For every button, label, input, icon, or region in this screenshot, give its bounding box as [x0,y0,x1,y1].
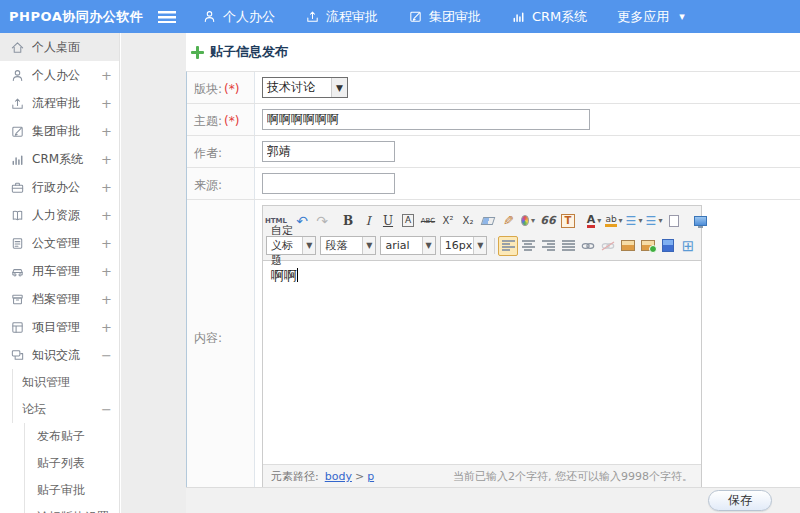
board-select[interactable]: 技术讨论 ▼ [262,77,348,98]
document-icon [10,236,25,251]
sidebar-item-knowledge-exchange[interactable]: 知识交流 − [0,341,119,369]
align-justify-button[interactable] [558,236,578,256]
remove-link-button[interactable] [598,236,618,256]
editor-toolbar-row-2: 自定义标题▼ 段落▼ arial▼ 16px▼ [266,233,698,258]
highlight-color-button[interactable]: ab [604,211,624,231]
bar-chart-icon [511,9,526,24]
sidebar-item-label: 论坛版块设置 [37,509,111,513]
topnav-more-apps[interactable]: 更多应用 [617,8,685,26]
path-link-body[interactable]: body [325,470,352,483]
heading-select[interactable]: 自定义标题▼ [266,236,316,255]
link-icon [581,241,595,251]
board-select-value: 技术讨论 [267,79,315,96]
expand-toggle[interactable]: + [101,320,111,335]
insert-table-button[interactable] [678,236,698,256]
new-document-button[interactable] [664,211,684,231]
sidebar-subitem-knowledge-management[interactable]: 知识管理 [12,369,119,396]
sidebar-item-crm-system[interactable]: CRM系统 + [0,145,119,173]
sidebar-item-label: CRM系统 [32,151,101,168]
align-left-button[interactable] [498,236,518,256]
expand-toggle[interactable]: + [101,236,111,251]
expand-toggle[interactable]: + [101,68,111,83]
expand-toggle[interactable]: + [101,124,111,139]
expand-toggle[interactable]: + [101,96,111,111]
sidebar-item-admin-office[interactable]: 行政办公 + [0,173,119,201]
remove-format-button[interactable] [478,211,498,231]
strikethrough-button[interactable]: ABC [418,211,438,231]
expand-toggle[interactable]: + [101,208,111,223]
sidebar-item-personal-desktop[interactable]: 个人桌面 [0,33,119,61]
archive-icon [10,292,25,307]
app-window: PHPOA协同办公软件 个人办公 流程审批 集团审批 CRM系统 更多应用 [0,0,800,513]
post-form: 版块:(*) 技术讨论 ▼ 主题:(*) [186,71,800,495]
expand-toggle[interactable]: + [101,292,111,307]
expand-toggle[interactable]: + [101,152,111,167]
select-arrow-icon: ▼ [473,237,486,254]
insert-link-button[interactable] [578,236,598,256]
expand-toggle[interactable]: + [101,264,111,279]
font-size-select[interactable]: 16px▼ [440,236,488,255]
sidebar-subitem-forum[interactable]: 论坛 − [12,396,119,423]
paragraph-select[interactable]: 段落▼ [320,236,376,255]
sidebar-item-vehicle-management[interactable]: 用车管理 + [0,257,119,285]
upload-image-button[interactable] [638,236,658,256]
save-button[interactable]: 保存 [708,490,772,511]
sidebar-item-project-management[interactable]: 项目管理 + [0,313,119,341]
font-family-select[interactable]: arial▼ [380,236,435,255]
sidebar-item-human-resources[interactable]: 人力资源 + [0,201,119,229]
sidebar-item-label: 论坛 [22,401,101,418]
topnav-label: 流程审批 [326,8,378,26]
topnav-group-approval[interactable]: 集团审批 [408,8,481,26]
topnav-workflow-approval[interactable]: 流程审批 [305,8,378,26]
blockquote-button[interactable]: 66 [538,211,558,231]
ordered-list-button[interactable] [624,211,644,231]
redo-icon[interactable] [312,211,332,231]
sidebar-item-group-approval[interactable]: 集团审批 + [0,117,119,145]
align-right-button[interactable] [538,236,558,256]
align-center-button[interactable] [518,236,538,256]
editor-content-area[interactable]: 啊啊 [263,261,701,464]
text-template-button[interactable]: T [558,211,578,231]
expand-toggle[interactable]: − [101,402,111,417]
subject-input[interactable] [262,109,590,130]
font-style-button[interactable]: A [402,214,414,227]
underline-button[interactable]: U [378,211,398,231]
sidebar-subitem-post-list[interactable]: 贴子列表 [24,450,119,477]
approval-edit-icon [408,9,423,24]
unordered-list-button[interactable] [644,211,664,231]
sidebar-item-personal-office[interactable]: 个人办公 + [0,61,119,89]
format-brush-button[interactable] [498,211,518,231]
page-title: 贴子信息发布 [186,33,800,71]
sidebar-subitem-post-publish[interactable]: 发布贴子 [24,423,119,450]
italic-button[interactable]: I [358,211,378,231]
monitor-icon [694,216,707,226]
fullscreen-button[interactable] [690,211,710,231]
author-input[interactable] [262,141,395,162]
subscript-button[interactable]: X₂ [458,211,478,231]
sidebar-item-label: 行政办公 [32,179,101,196]
sidebar-item-label: 贴子审批 [37,482,111,499]
hamburger-icon[interactable] [158,11,176,23]
source-input[interactable] [262,173,395,194]
sidebar-item-label: 集团审批 [32,123,101,140]
superscript-button[interactable]: X² [438,211,458,231]
expand-toggle[interactable]: − [101,348,111,363]
chat-icon [10,348,25,363]
sidebar-item-workflow-approval[interactable]: 流程审批 + [0,89,119,117]
sidebar-subitem-forum-board-settings[interactable]: 论坛版块设置 [24,504,119,513]
insert-image-button[interactable] [618,236,638,256]
topnav-personal-office[interactable]: 个人办公 [202,8,275,26]
sidebar-subitem-post-approval[interactable]: 贴子审批 [24,477,119,504]
font-color-button[interactable]: A [584,211,604,231]
topnav-crm-system[interactable]: CRM系统 [511,8,587,26]
toolbar-separator [494,238,495,254]
field-label-source: 来源: [187,168,255,199]
insert-media-button[interactable] [658,236,678,256]
path-link-p[interactable]: p [367,470,374,483]
bold-button[interactable]: B [338,211,358,231]
sidebar-item-archive-management[interactable]: 档案管理 + [0,285,119,313]
editor-toolbar-row-1: HTML B I U A ABC X² [266,208,698,233]
sidebar-item-official-docs[interactable]: 公文管理 + [0,229,119,257]
expand-toggle[interactable]: + [101,180,111,195]
paint-color-button[interactable] [518,211,538,231]
